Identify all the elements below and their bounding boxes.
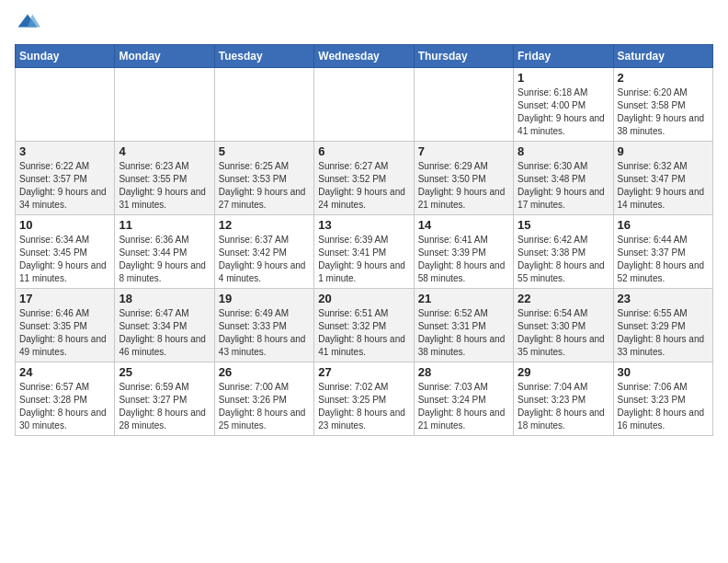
- day-number: 7: [418, 144, 509, 158]
- day-cell: 4Sunrise: 6:23 AM Sunset: 3:55 PM Daylig…: [115, 142, 214, 215]
- day-cell: 24Sunrise: 6:57 AM Sunset: 3:28 PM Dayli…: [16, 362, 115, 436]
- day-number: 3: [19, 144, 110, 158]
- header-cell-saturday: Saturday: [613, 45, 712, 68]
- day-number: 26: [219, 365, 310, 379]
- day-number: 4: [119, 144, 210, 158]
- day-cell: 22Sunrise: 6:54 AM Sunset: 3:30 PM Dayli…: [514, 289, 613, 362]
- day-info: Sunrise: 6:54 AM Sunset: 3:30 PM Dayligh…: [518, 307, 609, 359]
- day-cell: 21Sunrise: 6:52 AM Sunset: 3:31 PM Dayli…: [414, 289, 513, 362]
- day-info: Sunrise: 6:39 AM Sunset: 3:41 PM Dayligh…: [318, 234, 409, 285]
- day-cell: 18Sunrise: 6:47 AM Sunset: 3:34 PM Dayli…: [115, 289, 214, 362]
- day-number: 27: [318, 365, 409, 379]
- day-info: Sunrise: 6:46 AM Sunset: 3:35 PM Dayligh…: [19, 307, 110, 359]
- day-cell: [115, 68, 214, 142]
- day-number: 5: [219, 144, 310, 158]
- day-number: 29: [518, 365, 609, 379]
- day-number: 1: [518, 71, 609, 85]
- day-cell: 11Sunrise: 6:36 AM Sunset: 3:44 PM Dayli…: [115, 215, 214, 289]
- day-cell: [314, 68, 414, 142]
- day-info: Sunrise: 6:37 AM Sunset: 3:42 PM Dayligh…: [219, 234, 310, 285]
- day-cell: 15Sunrise: 6:42 AM Sunset: 3:38 PM Dayli…: [514, 215, 613, 289]
- day-cell: 2Sunrise: 6:20 AM Sunset: 3:58 PM Daylig…: [613, 68, 712, 142]
- header-row: SundayMondayTuesdayWednesdayThursdayFrid…: [16, 45, 713, 68]
- day-info: Sunrise: 6:36 AM Sunset: 3:44 PM Dayligh…: [119, 234, 210, 285]
- header: [15, 11, 713, 37]
- day-cell: 8Sunrise: 6:30 AM Sunset: 3:48 PM Daylig…: [514, 142, 613, 215]
- day-info: Sunrise: 6:34 AM Sunset: 3:45 PM Dayligh…: [19, 234, 110, 285]
- day-number: 24: [19, 365, 110, 379]
- day-cell: 7Sunrise: 6:29 AM Sunset: 3:50 PM Daylig…: [414, 142, 513, 215]
- logo-icon: [15, 11, 40, 37]
- day-info: Sunrise: 7:04 AM Sunset: 3:23 PM Dayligh…: [518, 381, 609, 432]
- day-number: 17: [19, 292, 110, 305]
- day-cell: 13Sunrise: 6:39 AM Sunset: 3:41 PM Dayli…: [314, 215, 414, 289]
- day-cell: 9Sunrise: 6:32 AM Sunset: 3:47 PM Daylig…: [613, 142, 712, 215]
- day-cell: 5Sunrise: 6:25 AM Sunset: 3:53 PM Daylig…: [214, 142, 313, 215]
- week-row-2: 3Sunrise: 6:22 AM Sunset: 3:57 PM Daylig…: [16, 142, 713, 215]
- day-info: Sunrise: 6:51 AM Sunset: 3:32 PM Dayligh…: [318, 307, 409, 359]
- calendar-page: SundayMondayTuesdayWednesdayThursdayFrid…: [0, 0, 728, 563]
- day-info: Sunrise: 6:22 AM Sunset: 3:57 PM Dayligh…: [19, 160, 110, 212]
- day-number: 14: [418, 218, 509, 232]
- day-info: Sunrise: 6:42 AM Sunset: 3:38 PM Dayligh…: [518, 234, 609, 285]
- day-info: Sunrise: 6:49 AM Sunset: 3:33 PM Dayligh…: [219, 307, 310, 359]
- day-cell: [414, 68, 513, 142]
- day-number: 23: [618, 292, 709, 305]
- day-cell: 6Sunrise: 6:27 AM Sunset: 3:52 PM Daylig…: [314, 142, 414, 215]
- week-row-4: 17Sunrise: 6:46 AM Sunset: 3:35 PM Dayli…: [16, 289, 713, 362]
- day-number: 20: [318, 292, 409, 305]
- day-info: Sunrise: 7:02 AM Sunset: 3:25 PM Dayligh…: [318, 381, 409, 432]
- day-info: Sunrise: 7:06 AM Sunset: 3:23 PM Dayligh…: [618, 381, 709, 432]
- calendar-body: 1Sunrise: 6:18 AM Sunset: 4:00 PM Daylig…: [16, 68, 713, 436]
- day-info: Sunrise: 6:23 AM Sunset: 3:55 PM Dayligh…: [119, 160, 210, 212]
- day-info: Sunrise: 6:18 AM Sunset: 4:00 PM Dayligh…: [518, 86, 609, 138]
- header-cell-monday: Monday: [115, 45, 214, 68]
- day-number: 13: [318, 218, 409, 232]
- day-info: Sunrise: 6:57 AM Sunset: 3:28 PM Dayligh…: [19, 381, 110, 432]
- day-number: 15: [518, 218, 609, 232]
- calendar-header: SundayMondayTuesdayWednesdayThursdayFrid…: [16, 45, 713, 68]
- day-cell: [16, 68, 115, 142]
- day-cell: 20Sunrise: 6:51 AM Sunset: 3:32 PM Dayli…: [314, 289, 414, 362]
- day-cell: [214, 68, 313, 142]
- header-cell-thursday: Thursday: [414, 45, 513, 68]
- day-cell: 28Sunrise: 7:03 AM Sunset: 3:24 PM Dayli…: [414, 362, 513, 436]
- logo: [15, 11, 44, 37]
- header-cell-tuesday: Tuesday: [214, 45, 313, 68]
- day-number: 28: [418, 365, 509, 379]
- day-cell: 26Sunrise: 7:00 AM Sunset: 3:26 PM Dayli…: [214, 362, 313, 436]
- day-cell: 30Sunrise: 7:06 AM Sunset: 3:23 PM Dayli…: [613, 362, 712, 436]
- day-info: Sunrise: 6:47 AM Sunset: 3:34 PM Dayligh…: [119, 307, 210, 359]
- day-info: Sunrise: 6:55 AM Sunset: 3:29 PM Dayligh…: [618, 307, 709, 359]
- day-number: 11: [119, 218, 210, 232]
- day-number: 12: [219, 218, 310, 232]
- day-number: 25: [119, 365, 210, 379]
- week-row-1: 1Sunrise: 6:18 AM Sunset: 4:00 PM Daylig…: [16, 68, 713, 142]
- day-number: 18: [119, 292, 210, 305]
- day-cell: 12Sunrise: 6:37 AM Sunset: 3:42 PM Dayli…: [214, 215, 313, 289]
- header-cell-friday: Friday: [514, 45, 613, 68]
- day-number: 6: [318, 144, 409, 158]
- day-number: 8: [518, 144, 609, 158]
- week-row-5: 24Sunrise: 6:57 AM Sunset: 3:28 PM Dayli…: [16, 362, 713, 436]
- day-info: Sunrise: 6:44 AM Sunset: 3:37 PM Dayligh…: [618, 234, 709, 285]
- day-number: 21: [418, 292, 509, 305]
- day-info: Sunrise: 6:30 AM Sunset: 3:48 PM Dayligh…: [518, 160, 609, 212]
- day-number: 30: [618, 365, 709, 379]
- header-cell-wednesday: Wednesday: [314, 45, 414, 68]
- day-info: Sunrise: 6:59 AM Sunset: 3:27 PM Dayligh…: [119, 381, 210, 432]
- day-info: Sunrise: 6:29 AM Sunset: 3:50 PM Dayligh…: [418, 160, 509, 212]
- day-number: 9: [618, 144, 709, 158]
- day-number: 16: [618, 218, 709, 232]
- day-number: 2: [618, 71, 709, 85]
- day-number: 10: [19, 218, 110, 232]
- day-cell: 23Sunrise: 6:55 AM Sunset: 3:29 PM Dayli…: [613, 289, 712, 362]
- day-info: Sunrise: 6:41 AM Sunset: 3:39 PM Dayligh…: [418, 234, 509, 285]
- day-cell: 27Sunrise: 7:02 AM Sunset: 3:25 PM Dayli…: [314, 362, 414, 436]
- day-cell: 14Sunrise: 6:41 AM Sunset: 3:39 PM Dayli…: [414, 215, 513, 289]
- day-info: Sunrise: 6:32 AM Sunset: 3:47 PM Dayligh…: [618, 160, 709, 212]
- day-cell: 29Sunrise: 7:04 AM Sunset: 3:23 PM Dayli…: [514, 362, 613, 436]
- day-info: Sunrise: 6:52 AM Sunset: 3:31 PM Dayligh…: [418, 307, 509, 359]
- calendar-table: SundayMondayTuesdayWednesdayThursdayFrid…: [15, 44, 713, 436]
- day-cell: 1Sunrise: 6:18 AM Sunset: 4:00 PM Daylig…: [514, 68, 613, 142]
